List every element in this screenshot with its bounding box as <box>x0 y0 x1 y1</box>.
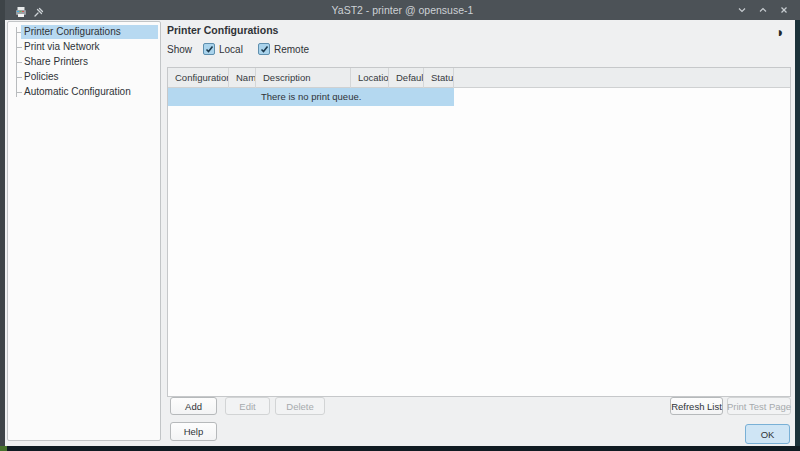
remote-checkbox[interactable] <box>258 43 270 55</box>
remote-checkbox-label[interactable]: Remote <box>274 44 309 55</box>
column-header-description[interactable]: Description <box>256 68 351 88</box>
close-icon[interactable] <box>778 4 790 16</box>
sidebar-item-policies[interactable]: Policies <box>8 70 160 85</box>
column-header-location[interactable]: Location <box>351 68 389 88</box>
sidebar-item-share-printers[interactable]: Share Printers <box>8 55 160 70</box>
column-header-default[interactable]: Default <box>389 68 424 88</box>
yast2-printer-window: YaST2 - printer @ opensuse-1 Printer Con… <box>0 0 800 451</box>
delete-button[interactable]: Delete <box>275 397 325 415</box>
local-checkbox[interactable] <box>203 43 215 55</box>
local-checkbox-label[interactable]: Local <box>219 44 243 55</box>
sidebar-item-label: Printer Configurations <box>21 25 158 39</box>
column-header-filler <box>454 68 790 88</box>
refresh-list-button[interactable]: Refresh List <box>670 397 723 415</box>
ok-button[interactable]: OK <box>745 424 790 444</box>
add-button[interactable]: Add <box>170 397 217 415</box>
print-test-page-button[interactable]: Print Test Page <box>727 397 791 415</box>
check-icon <box>260 45 269 54</box>
maximize-icon[interactable] <box>757 4 769 16</box>
sidebar-item-label: Share Printers <box>21 55 158 69</box>
edit-button[interactable]: Edit <box>225 397 270 415</box>
sidebar-item-printer-configurations[interactable]: Printer Configurations <box>8 25 160 40</box>
help-button[interactable]: Help <box>170 422 217 441</box>
table-header-row: Configuration Name Description Location … <box>168 68 790 88</box>
wallpaper-corner <box>0 446 7 451</box>
sidebar-item-label: Print via Network <box>21 40 158 54</box>
print-queue-table: Configuration Name Description Location … <box>167 67 791 397</box>
sidebar-item-print-via-network[interactable]: Print via Network <box>8 40 160 55</box>
table-row[interactable]: There is no print queue. <box>168 88 454 106</box>
sidebar-item-automatic-configuration[interactable]: Automatic Configuration <box>8 85 160 100</box>
desktop-right-edge <box>795 20 800 451</box>
sidebar-nav: Printer Configurations Print via Network… <box>7 21 161 441</box>
show-filter-label: Show <box>167 44 192 55</box>
column-header-name[interactable]: Name <box>229 68 256 88</box>
empty-queue-message: There is no print queue. <box>261 88 361 106</box>
minimize-icon[interactable] <box>736 4 748 16</box>
sidebar-item-label: Automatic Configuration <box>21 85 158 99</box>
desktop-left-edge <box>0 0 5 451</box>
sidebar-item-label: Policies <box>21 70 158 84</box>
column-header-configuration[interactable]: Configuration <box>168 68 229 88</box>
desktop-bottom-edge <box>0 446 800 451</box>
titlebar[interactable]: YaST2 - printer @ opensuse-1 <box>5 0 800 20</box>
page-title: Printer Configurations <box>167 24 278 36</box>
column-header-status[interactable]: Status <box>424 68 454 88</box>
check-icon <box>205 45 214 54</box>
window-title: YaST2 - printer @ opensuse-1 <box>5 0 800 20</box>
busy-indicator-icon: ◗ <box>776 25 784 39</box>
